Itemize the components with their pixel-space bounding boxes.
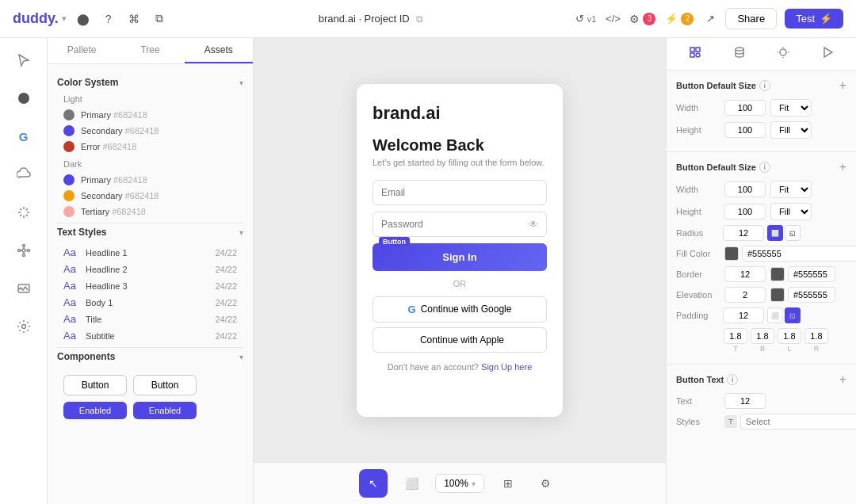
fill-hex-input[interactable]	[742, 246, 856, 262]
copy-icon[interactable]: ⧉	[152, 12, 166, 26]
tab-pallete[interactable]: Pallete	[48, 38, 116, 63]
border-input[interactable]	[724, 266, 766, 282]
color-tertiary-dark: Tertiary #682418	[57, 204, 243, 220]
password-input[interactable]	[381, 219, 529, 230]
sign-up-link[interactable]: Sign Up here	[481, 362, 532, 372]
circle-icon[interactable]: ⬤	[76, 12, 90, 26]
sidebar-circle-icon[interactable]	[11, 86, 36, 111]
pad-t[interactable]	[724, 328, 747, 344]
text-input[interactable]	[724, 393, 766, 409]
components-chevron[interactable]: ▾	[239, 353, 243, 361]
welcome-title: Welcome Back	[373, 136, 547, 155]
text-styles-chevron[interactable]: ▾	[239, 228, 243, 237]
google-button[interactable]: G Continue with Google	[373, 296, 547, 323]
sign-in-button[interactable]: Button Sign In	[373, 243, 547, 271]
elevation-input[interactable]	[724, 287, 766, 303]
svg-point-5	[22, 254, 25, 257]
sidebar-google-icon[interactable]: G	[11, 124, 36, 149]
padding-input[interactable]	[723, 307, 764, 323]
height-mode-1[interactable]: FillFitFixed	[770, 121, 812, 139]
sidebar-cloud-icon[interactable]	[11, 162, 36, 187]
ts-name-5: Title	[86, 315, 208, 324]
styles-select-group: T	[724, 414, 856, 430]
elevation-swatch[interactable]	[770, 288, 785, 302]
fill-swatch[interactable]	[724, 246, 739, 261]
plugin-group[interactable]: ⚡ 2	[665, 13, 694, 25]
pad-l[interactable]	[778, 328, 801, 344]
height-label-2: Height	[676, 207, 720, 216]
radius-btn-all[interactable]: ⬜	[767, 225, 783, 241]
styles-icon: T	[724, 415, 737, 428]
rtab-api[interactable]	[777, 46, 789, 62]
primary-light-dot	[63, 109, 75, 120]
ts-size-2: 24/22	[215, 265, 237, 274]
eye-icon[interactable]: 👁	[529, 219, 538, 230]
radius-input[interactable]	[723, 225, 764, 241]
height-mode-2[interactable]: FillFitFixed	[770, 203, 812, 220]
copy-project-icon[interactable]: ⧉	[416, 13, 423, 25]
share-button[interactable]: Share	[725, 8, 777, 29]
section3-info[interactable]: i	[727, 374, 738, 385]
settings-tool-button[interactable]: ⚙	[532, 469, 560, 498]
grid-tool-button[interactable]: ⊞	[494, 469, 522, 498]
password-input-wrapper[interactable]: 👁	[373, 212, 547, 237]
tab-assets[interactable]: Assets	[185, 38, 253, 63]
rtab-database[interactable]	[733, 46, 746, 62]
sidebar-settings-icon[interactable]	[11, 314, 36, 339]
rtab-design[interactable]	[689, 46, 701, 62]
code-icon[interactable]: </>	[606, 12, 620, 26]
pad-b[interactable]	[751, 328, 774, 344]
sidebar-image-icon[interactable]	[11, 276, 36, 301]
comp-btn-filled-2[interactable]: Enabled	[133, 402, 197, 419]
border-hex-input[interactable]	[788, 266, 835, 282]
sidebar-sparkle-icon[interactable]	[11, 200, 36, 225]
ts-name-6: Subtitle	[86, 331, 208, 341]
alert-group[interactable]: ⚙ 3	[629, 13, 655, 25]
cursor-tool-button[interactable]: ↖	[359, 469, 388, 498]
apple-button[interactable]: Continue with Apple	[373, 327, 547, 353]
phone-tool-button[interactable]: ⬜	[397, 469, 426, 498]
width-mode-1[interactable]: FitFillFixed	[770, 99, 812, 116]
elevation-hex-input[interactable]	[788, 287, 835, 303]
width-input-1[interactable]	[724, 100, 766, 116]
section2-height-row: Height FillFitFixed	[676, 203, 846, 220]
radius-btn-individual[interactable]: ◱	[785, 225, 801, 241]
secondary-light-label: Secondary #682418	[81, 126, 159, 136]
color-system-chevron[interactable]: ▾	[239, 78, 243, 87]
sidebar-network-icon[interactable]	[11, 238, 36, 263]
comp-btn-filled-1[interactable]: Enabled	[63, 402, 127, 419]
section2-info[interactable]: i	[759, 162, 770, 173]
secondary-light-dot	[63, 125, 75, 136]
height-input-2[interactable]	[724, 204, 766, 220]
width-input-2[interactable]	[724, 181, 766, 197]
test-button[interactable]: Test ⚡	[785, 9, 843, 29]
border-swatch[interactable]	[770, 267, 785, 281]
sidebar-cursor-icon[interactable]	[11, 48, 36, 73]
section3-add[interactable]: +	[839, 372, 846, 387]
command-icon[interactable]: ⌘	[127, 12, 141, 26]
pad-r[interactable]	[804, 328, 828, 344]
comp-btn-outline-2[interactable]: Button	[133, 375, 197, 395]
section1-add[interactable]: +	[839, 78, 846, 93]
height-input-1[interactable]	[724, 122, 766, 138]
logo[interactable]: duddy. ▾	[13, 10, 67, 27]
padding-btn-all[interactable]: ⬜	[767, 307, 783, 323]
styles-input[interactable]	[740, 414, 856, 430]
export-icon[interactable]: ↗	[703, 12, 717, 26]
help-icon[interactable]: ?	[101, 12, 116, 26]
google-label: Continue with Google	[421, 304, 512, 315]
comp-btn-outline-1[interactable]: Button	[63, 375, 127, 395]
button-size-section-2: Button Default Size i + Width FitFillFix…	[667, 152, 856, 365]
width-mode-2[interactable]: FitFillFixed	[770, 181, 812, 198]
section2-add[interactable]: +	[839, 160, 846, 174]
or-divider: OR	[373, 279, 547, 288]
tab-tree[interactable]: Tree	[116, 38, 184, 63]
plugin-icon: ⚡	[665, 13, 678, 25]
rtab-play[interactable]	[821, 46, 834, 62]
zoom-select[interactable]: 100% ▾	[435, 474, 484, 493]
email-input-wrapper[interactable]	[373, 180, 547, 205]
padding-btn-individual[interactable]: ◱	[785, 307, 801, 323]
section1-info[interactable]: i	[759, 80, 770, 91]
email-input[interactable]	[381, 187, 538, 198]
history-group[interactable]: ↺ v1	[575, 13, 597, 25]
